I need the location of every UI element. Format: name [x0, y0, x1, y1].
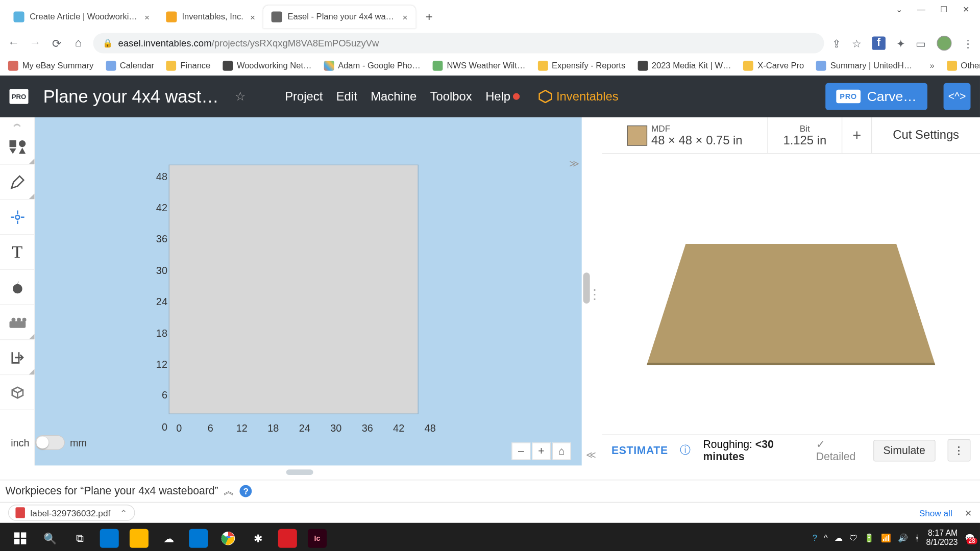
- bookmark-nws[interactable]: NWS Weather Wilt…: [433, 60, 526, 70]
- other-bookmarks[interactable]: Other bookmarks: [947, 60, 980, 70]
- close-icon[interactable]: ×: [144, 12, 150, 22]
- axis-tick: 12: [226, 422, 257, 434]
- notifications-button[interactable]: 💬28: [965, 534, 975, 543]
- mm-label[interactable]: mm: [70, 437, 87, 448]
- sidepanel-icon[interactable]: ▭: [916, 37, 926, 49]
- extensions-icon[interactable]: ✦: [896, 37, 905, 49]
- bluetooth-tray-icon[interactable]: ᚼ: [915, 534, 919, 543]
- chevron-up-tray-icon[interactable]: ^: [824, 534, 827, 543]
- units-toggle[interactable]: [35, 435, 64, 450]
- design-canvas[interactable]: 48 42 36 30 24 18 12 6 0 0 6 12 18 24 30…: [35, 117, 582, 465]
- import-tool[interactable]: [0, 340, 34, 375]
- bookmark-finance[interactable]: Finance: [166, 60, 211, 70]
- favicon-icon: [272, 11, 282, 22]
- grip-icon[interactable]: [588, 286, 596, 313]
- 3d-tool[interactable]: [0, 375, 34, 410]
- 3d-preview[interactable]: [602, 154, 979, 434]
- horizontal-scrollbar[interactable]: [286, 469, 313, 475]
- close-icon[interactable]: ✕: [965, 508, 972, 518]
- outlook-app-icon[interactable]: [189, 529, 208, 548]
- new-tab-button[interactable]: +: [420, 8, 438, 27]
- bookmark-media-kit[interactable]: 2023 Media Kit | W…: [638, 60, 731, 70]
- tab-inventables[interactable]: Inventables, Inc. ×: [158, 6, 263, 29]
- cut-settings-button[interactable]: Cut Settings: [872, 117, 980, 153]
- add-bit-button[interactable]: +: [842, 117, 872, 153]
- menu-toolbox[interactable]: Toolbox: [430, 89, 472, 104]
- security-tray-icon[interactable]: 🛡: [849, 534, 857, 543]
- share-icon[interactable]: ⇪: [832, 37, 841, 49]
- show-all-downloads[interactable]: Show all: [919, 508, 952, 518]
- collapse-tools-icon[interactable]: ︽: [0, 117, 34, 130]
- chevron-up-icon[interactable]: ⌃: [120, 508, 128, 518]
- bookmark-star-icon[interactable]: ☆: [852, 37, 862, 49]
- home-button[interactable]: ⌂: [71, 36, 85, 49]
- gcode-button[interactable]: <^>: [944, 83, 971, 110]
- battery-tray-icon[interactable]: 🔋: [864, 534, 874, 543]
- bookmark-calendar[interactable]: Calendar: [106, 60, 154, 70]
- bookmark-xcarve[interactable]: X-Carve Pro: [743, 60, 804, 70]
- close-icon[interactable]: ×: [250, 12, 255, 22]
- material-selector[interactable]: MDF 48 × 48 × 0.75 in: [602, 117, 768, 153]
- download-item[interactable]: label-329736032.pdf ⌃: [8, 505, 135, 521]
- bookmark-united[interactable]: Summary | UnitedH…: [816, 60, 912, 70]
- favorite-star-icon[interactable]: ☆: [235, 89, 246, 104]
- inch-label[interactable]: inch: [11, 437, 29, 448]
- close-icon[interactable]: ×: [402, 12, 407, 22]
- menu-edit[interactable]: Edit: [336, 89, 357, 104]
- facebook-ext-icon[interactable]: f: [872, 36, 885, 49]
- window-close-icon[interactable]: ✕: [963, 5, 969, 14]
- wifi-tray-icon[interactable]: 📶: [881, 534, 891, 543]
- project-title[interactable]: Plane your 4x4 wast…: [43, 86, 219, 107]
- task-view-button[interactable]: ⧉: [70, 529, 89, 548]
- help-icon[interactable]: ?: [240, 485, 252, 497]
- menu-help[interactable]: Help: [485, 89, 520, 104]
- bookmark-woodworking[interactable]: Woodworking Net…: [223, 60, 311, 70]
- explorer-app-icon[interactable]: [130, 529, 149, 548]
- onedrive-tray-icon[interactable]: ☁: [835, 534, 843, 543]
- url-input[interactable]: 🔒 easel.inventables.com/projects/ysRXqxg…: [93, 33, 824, 54]
- chrome-menu-icon[interactable]: ⋮: [963, 37, 973, 49]
- lego-tool[interactable]: [0, 305, 34, 340]
- forward-button[interactable]: →: [29, 36, 42, 49]
- tab-easel[interactable]: Easel - Plane your 4x4 wasteboar ×: [263, 6, 415, 29]
- bookmark-expensify[interactable]: Expensify - Reports: [537, 60, 625, 70]
- bookmarks-overflow-icon[interactable]: »: [930, 61, 935, 70]
- text-tool[interactable]: T: [0, 235, 34, 270]
- window-minimize-icon[interactable]: —: [917, 5, 925, 14]
- inventables-logo[interactable]: Inventables: [539, 89, 619, 104]
- slack-app-icon[interactable]: ✱: [249, 529, 267, 548]
- menu-machine[interactable]: Machine: [371, 89, 416, 104]
- profile-avatar-icon[interactable]: [937, 36, 951, 51]
- window-maximize-icon[interactable]: ☐: [940, 5, 948, 14]
- expand-panel-icon[interactable]: ≫: [569, 158, 579, 168]
- bookmark-ebay[interactable]: My eBay Summary: [8, 60, 93, 70]
- cloud-app-icon[interactable]: ☁: [159, 529, 178, 548]
- back-button[interactable]: ←: [7, 36, 20, 49]
- panel-divider[interactable]: ≪: [582, 117, 602, 465]
- lock-icon: 🔒: [103, 38, 113, 48]
- pen-tool[interactable]: [0, 165, 34, 200]
- volume-tray-icon[interactable]: 🔊: [898, 534, 908, 543]
- help-tray-icon[interactable]: ?: [813, 534, 817, 543]
- search-button[interactable]: 🔍: [40, 529, 59, 548]
- tab-woodworking[interactable]: Create Article | Woodworking Ne ×: [6, 6, 158, 29]
- bookmark-google-photos[interactable]: Adam - Google Pho…: [324, 60, 420, 70]
- creative-cloud-icon[interactable]: [278, 529, 297, 548]
- workpieces-bar[interactable]: Workpieces for “Plane your 4x4 wasteboar…: [0, 480, 980, 502]
- carve-button[interactable]: PRO Carve…: [826, 83, 927, 110]
- shapes-tool[interactable]: [0, 130, 34, 165]
- menu-project[interactable]: Project: [285, 89, 323, 104]
- reload-button[interactable]: ⟳: [50, 36, 63, 51]
- edge-app-icon[interactable]: [100, 529, 119, 548]
- start-button[interactable]: [11, 529, 30, 548]
- chevron-up-icon[interactable]: ︽: [224, 484, 234, 498]
- chrome-app-icon[interactable]: [218, 529, 237, 548]
- bit-selector[interactable]: Bit 1.125 in: [768, 117, 842, 153]
- material-sheet[interactable]: [169, 165, 419, 414]
- cube-icon: [9, 384, 26, 400]
- window-dropdown-icon[interactable]: ⌄: [896, 5, 902, 14]
- drill-tool[interactable]: [0, 199, 34, 235]
- incopy-app-icon[interactable]: Ic: [308, 529, 327, 548]
- apps-tool[interactable]: [0, 270, 34, 305]
- system-clock[interactable]: 8:17 AM 8/1/2023: [926, 529, 958, 547]
